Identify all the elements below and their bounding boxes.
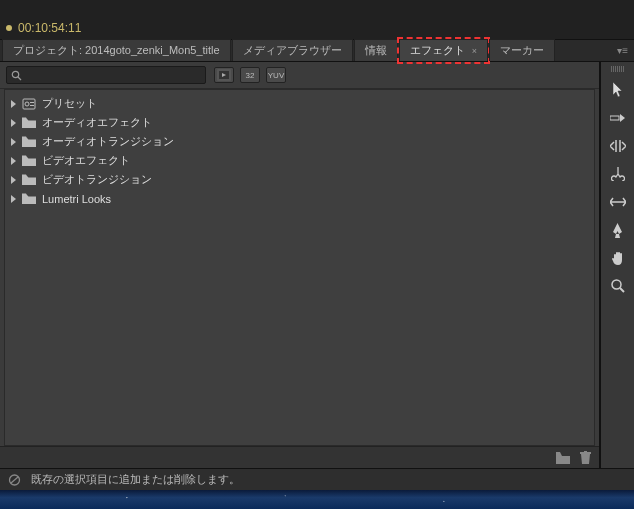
status-text: 既存の選択項目に追加または削除します。: [31, 472, 240, 487]
ripple-icon: [610, 140, 626, 152]
close-icon[interactable]: ×: [472, 46, 477, 56]
tree-item-label: オーディオトランジション: [42, 134, 174, 149]
track-select-icon: [610, 112, 626, 124]
tab-info[interactable]: 情報: [354, 39, 398, 61]
preset-bin-icon: [22, 98, 36, 110]
disclosure-triangle-icon[interactable]: [11, 119, 16, 127]
effects-search-row: 32 YUV: [0, 62, 599, 89]
svg-rect-7: [30, 102, 34, 103]
effects-tree[interactable]: プリセットオーディオエフェクトオーディオトランジションビデオエフェクトビデオトラ…: [4, 89, 595, 446]
tab-media-browser[interactable]: メディアブラウザー: [232, 39, 353, 61]
folder-icon: [22, 174, 36, 186]
effects-search-input[interactable]: [26, 69, 201, 81]
folder-icon: [22, 193, 36, 205]
delete-button[interactable]: [580, 451, 591, 464]
hand-icon: [611, 251, 625, 266]
trash-icon: [580, 451, 591, 464]
filter-accelerated-button[interactable]: [214, 67, 234, 83]
tree-item[interactable]: オーディオトランジション: [5, 132, 594, 151]
tab-info-label: 情報: [365, 44, 387, 56]
new-bin-button[interactable]: [556, 452, 570, 464]
tab-markers-label: マーカー: [500, 44, 544, 56]
hand-tool[interactable]: [607, 248, 629, 268]
pen-tool[interactable]: [607, 220, 629, 240]
pen-icon: [611, 223, 624, 238]
zoom-tool[interactable]: [607, 276, 629, 296]
effects-search-box[interactable]: [6, 66, 206, 84]
filter-32bit-label: 32: [246, 71, 255, 80]
disclosure-triangle-icon[interactable]: [11, 100, 16, 108]
tools-toolbar: [600, 62, 634, 468]
tree-item-label: ビデオトランジション: [42, 172, 152, 187]
track-select-tool[interactable]: [607, 108, 629, 128]
tree-item[interactable]: ビデオトランジション: [5, 170, 594, 189]
disclosure-triangle-icon[interactable]: [11, 176, 16, 184]
tab-effects-label: エフェクト: [410, 44, 465, 56]
tab-project[interactable]: プロジェクト: 2014goto_zenki_Mon5_title: [2, 39, 231, 61]
svg-point-0: [12, 71, 18, 77]
current-timecode: 00:10:54:11: [6, 21, 81, 35]
ripple-edit-tool[interactable]: [607, 136, 629, 156]
svg-line-1: [18, 77, 21, 80]
svg-point-10: [612, 280, 621, 289]
tree-item[interactable]: Lumetri Looks: [5, 189, 594, 208]
razor-icon: [611, 167, 625, 181]
tab-project-label: プロジェクト: 2014goto_zenki_Mon5_title: [13, 44, 220, 56]
filter-yuv-label: YUV: [268, 71, 284, 80]
disclosure-triangle-icon[interactable]: [11, 195, 16, 203]
timecode-bar: 00:10:54:11: [0, 0, 634, 40]
zoom-icon: [611, 279, 625, 293]
search-icon: [11, 70, 22, 81]
tree-item[interactable]: オーディオエフェクト: [5, 113, 594, 132]
disclosure-triangle-icon[interactable]: [11, 138, 16, 146]
folder-icon: [22, 136, 36, 148]
svg-line-11: [620, 288, 624, 292]
accelerated-fx-icon: [217, 69, 231, 81]
timecode-value: 00:10:54:11: [18, 21, 81, 35]
status-warning-icon: [8, 474, 21, 486]
selection-tool[interactable]: [607, 80, 629, 100]
desktop-background: [0, 490, 634, 509]
svg-line-13: [11, 477, 18, 483]
filter-icon-group: 32 YUV: [214, 67, 286, 83]
effects-panel-footer: [0, 446, 599, 468]
cursor-icon: [611, 82, 625, 98]
disclosure-triangle-icon[interactable]: [11, 157, 16, 165]
tab-media-browser-label: メディアブラウザー: [243, 44, 342, 56]
panel-tab-strip: プロジェクト: 2014goto_zenki_Mon5_title メディアブラ…: [0, 40, 634, 62]
slip-tool[interactable]: [607, 192, 629, 212]
tree-item-label: Lumetri Looks: [42, 193, 111, 205]
slip-icon: [610, 197, 626, 207]
effects-panel: 32 YUV プリセットオーディオエフェクトオーディオトランジションビデオエフェ…: [0, 62, 600, 468]
tree-item-label: オーディオエフェクト: [42, 115, 152, 130]
toolbar-grip-icon: [605, 66, 631, 72]
svg-rect-8: [30, 105, 34, 106]
panel-menu-button[interactable]: ▾≡: [611, 45, 634, 56]
svg-rect-9: [610, 116, 619, 120]
tree-item[interactable]: ビデオエフェクト: [5, 151, 594, 170]
folder-icon: [556, 452, 570, 464]
filter-yuv-button[interactable]: YUV: [266, 67, 286, 83]
record-dot-icon: [6, 25, 12, 31]
svg-point-6: [25, 102, 29, 106]
tab-effects[interactable]: エフェクト ×: [399, 39, 488, 61]
tree-item-label: ビデオエフェクト: [42, 153, 130, 168]
tree-item-label: プリセット: [42, 96, 97, 111]
status-bar: 既存の選択項目に追加または削除します。: [0, 468, 634, 490]
folder-icon: [22, 155, 36, 167]
tree-item[interactable]: プリセット: [5, 94, 594, 113]
razor-tool[interactable]: [607, 164, 629, 184]
filter-32bit-button[interactable]: 32: [240, 67, 260, 83]
folder-icon: [22, 117, 36, 129]
tab-markers[interactable]: マーカー: [489, 39, 555, 61]
